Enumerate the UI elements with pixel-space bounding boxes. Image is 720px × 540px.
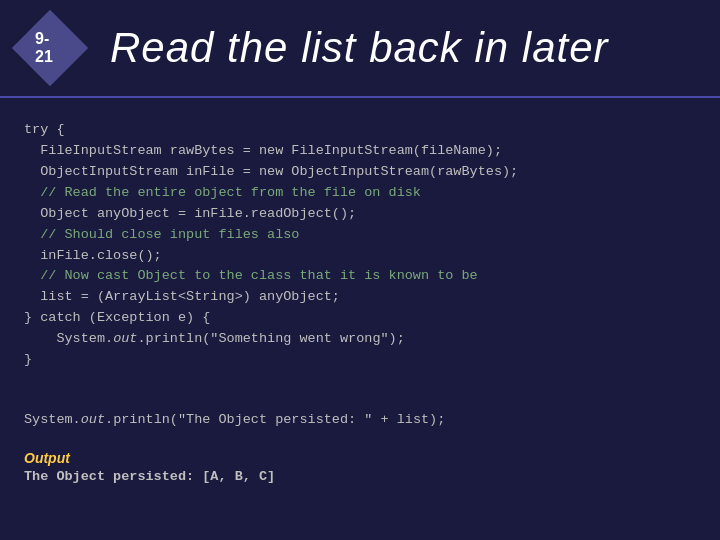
code-block: try { FileInputStream rawBytes = new Fil… <box>24 120 696 371</box>
output-result: The Object persisted: [A, B, C] <box>0 469 720 484</box>
badge-number: 9-21 <box>35 30 65 66</box>
output-label-section: Output <box>0 435 720 469</box>
system-out-line: System.out.println("The Object persisted… <box>24 389 696 431</box>
header-divider <box>0 96 720 98</box>
output-label: Output <box>24 450 70 466</box>
code-line-1: try { FileInputStream rawBytes = new Fil… <box>24 122 518 367</box>
slide-badge: 9-21 <box>20 18 80 78</box>
slide-header: 9-21 Read the list back in later <box>0 0 720 96</box>
slide-title: Read the list back in later <box>110 24 609 72</box>
code-section: try { FileInputStream rawBytes = new Fil… <box>0 112 720 379</box>
system-out-section: System.out.println("The Object persisted… <box>0 379 720 435</box>
